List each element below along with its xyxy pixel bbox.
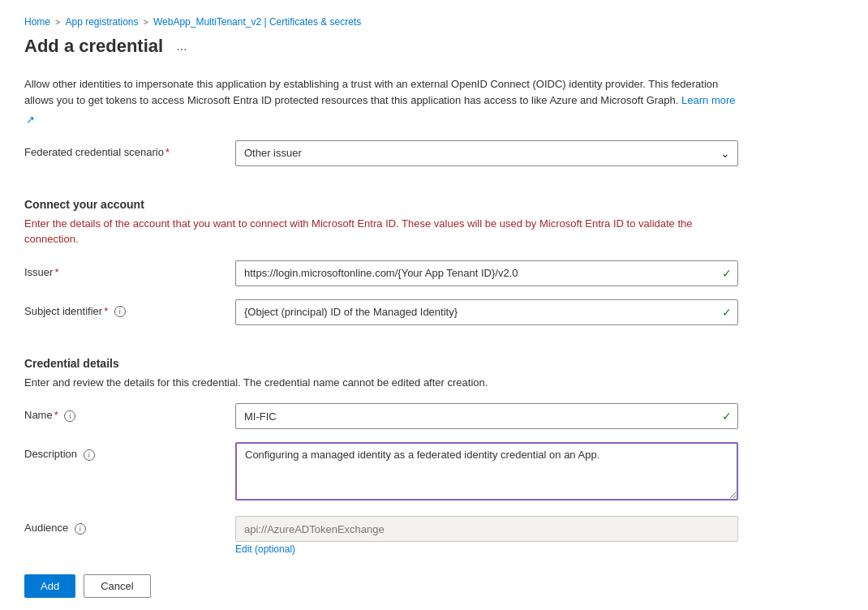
info-text: Allow other identities to impersonate th… [24, 78, 718, 106]
federated-credential-row: Federated credential scenario* Other iss… [24, 140, 803, 166]
name-row: Name* i ✓ [24, 403, 803, 429]
connect-account-description: Enter the details of the account that yo… [24, 216, 722, 247]
credential-details-description: Enter and review the details for this cr… [24, 375, 722, 391]
required-star: * [165, 146, 170, 158]
federated-credential-label: Federated credential scenario* [24, 140, 235, 158]
page-title: Add a credential [24, 36, 163, 57]
cancel-button[interactable]: Cancel [84, 574, 150, 598]
subject-identifier-input[interactable] [235, 299, 738, 325]
name-info-icon[interactable]: i [64, 410, 75, 422]
description-control: Configuring a managed identity as a fede… [235, 442, 738, 503]
description-label: Description i [24, 442, 235, 461]
issuer-control: ✓ [235, 260, 738, 286]
name-control: ✓ [235, 403, 738, 429]
audience-info-icon[interactable]: i [75, 523, 86, 535]
page-title-row: Add a credential ... [24, 36, 844, 57]
form-section: Federated credential scenario* Other iss… [24, 140, 803, 599]
description-info-icon[interactable]: i [84, 449, 95, 461]
issuer-input[interactable] [235, 260, 738, 286]
breadcrumb-app-registrations[interactable]: App registrations [65, 16, 138, 28]
breadcrumb-sep-2: > [144, 17, 148, 27]
external-link-icon: ↗ [26, 112, 36, 122]
audience-control: Edit (optional) [235, 516, 738, 555]
subject-check-icon: ✓ [722, 306, 732, 319]
breadcrumb-home[interactable]: Home [24, 16, 50, 28]
issuer-label: Issuer* [24, 260, 235, 278]
audience-input[interactable] [235, 516, 738, 542]
federated-credential-select-wrapper: Other issuer GitHub Actions Kubernetes A… [235, 140, 738, 166]
name-input-wrapper: ✓ [235, 403, 738, 429]
description-textarea[interactable]: Configuring a managed identity as a fede… [235, 442, 738, 500]
subject-identifier-label: Subject identifier* i [24, 299, 235, 318]
description-row: Description i Configuring a managed iden… [24, 442, 803, 503]
breadcrumb: Home > App registrations > WebApp_MultiT… [24, 16, 844, 28]
name-label: Name* i [24, 403, 235, 422]
name-required-star: * [54, 409, 58, 421]
audience-label: Audience i [24, 516, 235, 535]
info-box: Allow other identities to impersonate th… [24, 76, 738, 124]
name-input[interactable] [235, 403, 738, 429]
breadcrumb-sep-1: > [55, 17, 60, 27]
issuer-row: Issuer* ✓ [24, 260, 803, 286]
name-check-icon: ✓ [722, 410, 732, 423]
connect-account-heading: Connect your account [24, 198, 803, 211]
audience-row: Audience i Edit (optional) [24, 516, 803, 555]
subject-input-wrapper: ✓ [235, 299, 738, 325]
federated-credential-select[interactable]: Other issuer GitHub Actions Kubernetes A… [235, 140, 738, 166]
subject-identifier-row: Subject identifier* i ✓ [24, 299, 803, 325]
federated-credential-control: Other issuer GitHub Actions Kubernetes A… [235, 140, 738, 166]
add-button[interactable]: Add [24, 574, 75, 598]
subject-identifier-control: ✓ [235, 299, 738, 325]
footer-buttons: Add Cancel [24, 574, 803, 598]
subject-info-icon[interactable]: i [114, 306, 126, 317]
subject-required-star: * [104, 305, 108, 317]
issuer-check-icon: ✓ [722, 267, 732, 280]
issuer-required-star: * [54, 266, 58, 278]
credential-details-heading: Credential details [24, 357, 803, 370]
audience-edit-optional[interactable]: Edit (optional) [235, 543, 738, 555]
ellipsis-button[interactable]: ... [171, 37, 191, 55]
breadcrumb-webapp[interactable]: WebApp_MultiTenant_v2 | Certificates & s… [153, 16, 361, 28]
issuer-input-wrapper: ✓ [235, 260, 738, 286]
